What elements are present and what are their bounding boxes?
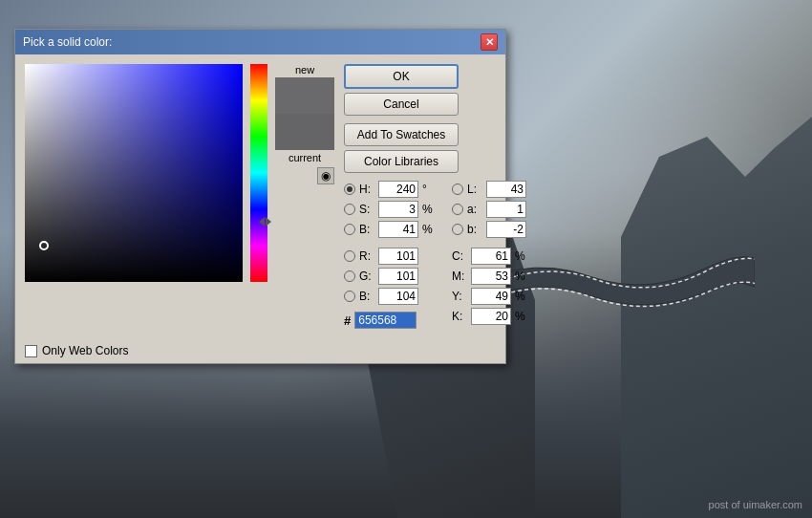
g-radio[interactable] [344,270,355,282]
k-unit: % [515,310,530,323]
c-field-row: C: % [452,248,530,265]
color-libraries-button[interactable]: Color Libraries [344,150,459,173]
m-unit: % [515,270,530,283]
c-unit: % [515,249,530,263]
k-label: K: [452,310,467,323]
preview-current-label: current [275,152,334,163]
a-input[interactable] [486,201,526,218]
b-field-row: B: % [344,221,438,238]
dialog-body: new current ◉ OK Cancel Add To Swatches … [15,54,505,338]
b-input[interactable] [378,221,418,238]
color-field[interactable] [25,64,243,282]
b2-field-row: B: [344,288,438,305]
l-label: L: [467,183,482,196]
a-label: a: [467,203,482,216]
b3-input[interactable] [486,221,526,238]
color-field-dark-overlay [25,64,243,282]
eyedropper-button[interactable]: ◉ [317,167,334,184]
l-input[interactable] [486,181,526,198]
hex-input[interactable] [354,312,417,329]
h-input[interactable] [378,181,418,198]
close-button[interactable]: ✕ [481,33,498,51]
b-radio[interactable] [344,224,355,235]
a-field-row: a: [452,201,530,218]
button-group: OK Cancel Add To Swatches Color Librarie… [344,64,530,173]
y-unit: % [515,290,530,303]
web-colors-checkbox[interactable] [25,345,37,357]
b2-radio[interactable] [344,291,355,302]
r-field-row: R: [344,248,438,265]
right-panel: OK Cancel Add To Swatches Color Librarie… [344,64,530,329]
a-radio[interactable] [452,204,463,215]
hue-arrow-right-icon [266,217,271,227]
hue-slider-container [248,64,269,282]
h-unit: ° [422,183,438,196]
preview-current-swatch [275,114,334,150]
color-preview-box: new current ◉ [275,64,334,184]
r-input[interactable] [378,248,418,265]
lab-cmyk-fields: L: a: b: [452,181,530,329]
b-unit: % [422,223,438,236]
color-field-cursor [39,241,49,250]
color-field-container [25,64,243,282]
m-label: M: [452,270,467,283]
hue-arrow-left-icon [259,217,265,227]
g-label: G: [359,270,374,283]
b3-field-row: b: [452,221,530,238]
h-label: H: [359,183,374,196]
l-radio[interactable] [452,183,463,195]
b3-radio[interactable] [452,224,463,235]
m-field-row: M: % [452,268,530,285]
fields-section: H: ° S: % B: [344,181,530,329]
b-label: B: [359,223,374,236]
hsb-rgb-fields: H: ° S: % B: [344,181,438,329]
b3-label: b: [467,223,482,236]
y-label: Y: [452,290,467,303]
dialog-title: Pick a solid color: [23,35,112,49]
preview-new-swatch [275,77,334,114]
l-field-row: L: [452,181,530,198]
r-label: R: [359,249,374,263]
g-input[interactable] [378,268,418,285]
web-colors-label: Only Web Colors [42,344,128,357]
s-label: S: [359,203,374,216]
h-field-row: H: ° [344,181,438,198]
y-input[interactable] [471,288,511,305]
s-input[interactable] [378,201,418,218]
k-input[interactable] [471,308,511,325]
s-radio[interactable] [344,204,355,215]
cancel-button[interactable]: Cancel [344,93,459,116]
c-label: C: [452,249,467,263]
hash-label: # [344,313,351,328]
picker-section: new current ◉ [25,64,334,329]
k-field-row: K: % [452,308,530,325]
add-to-swatches-button[interactable]: Add To Swatches [344,123,459,146]
color-picker-dialog: Pick a solid color: ✕ [14,29,506,364]
watermark-text: post of uimaker.com [709,499,802,510]
r-radio[interactable] [344,250,355,262]
dialog-titlebar: Pick a solid color: ✕ [15,30,505,54]
s-unit: % [422,203,438,216]
dialog-footer: Only Web Colors [15,338,505,363]
preview-new-label: new [275,64,334,76]
g-field-row: G: [344,268,438,285]
hex-field-row: # [344,312,438,329]
y-field-row: Y: % [452,288,530,305]
ok-button[interactable]: OK [344,64,459,89]
hue-slider[interactable] [250,64,267,282]
c-input[interactable] [471,248,511,265]
b2-label: B: [359,290,374,303]
s-field-row: S: % [344,201,438,218]
m-input[interactable] [471,268,511,285]
web-colors-row: Only Web Colors [25,344,128,357]
h-radio[interactable] [344,183,355,195]
hue-slider-arrows [259,217,271,227]
b2-input[interactable] [378,288,418,305]
